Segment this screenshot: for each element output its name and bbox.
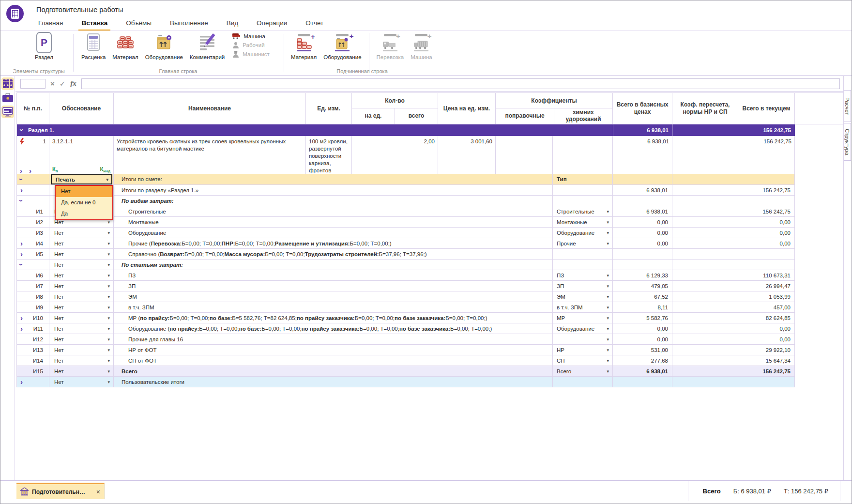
print-setting-cell[interactable]: Нет▾	[49, 323, 114, 334]
estimate-item-row[interactable]: 1 › › 3.12-1-1 Кп Кинд Устройство кровел…	[16, 136, 795, 174]
type-dropdown-cell[interactable]	[553, 185, 613, 196]
collapse-group-icon[interactable]: ›	[18, 263, 25, 266]
item-qty-cell[interactable]: 2,00	[352, 136, 438, 177]
type-dropdown-cell[interactable]: СП▾	[553, 355, 613, 366]
totals-row[interactable]: И7Нет▾ЗПЗП▾479,0526 994,47	[16, 281, 795, 291]
item-corrective-cell[interactable]	[496, 136, 553, 177]
totals-row[interactable]: И9Нет▾в т.ч. ЗПМв т.ч. ЗПМ▾8,11457,00	[16, 302, 795, 313]
formula-confirm-icon[interactable]: ✓	[60, 79, 66, 88]
type-dropdown-cell[interactable]	[553, 377, 613, 387]
col-header-name[interactable]: Наименование	[114, 93, 306, 124]
totals-name-cell[interactable]: Справочно (Возврат: Б=0,00; Т=0,00; Масс…	[114, 249, 553, 260]
formula-input[interactable]	[81, 78, 840, 89]
insert-comment-button[interactable]: Комментарий	[186, 31, 228, 61]
totals-row[interactable]: ›Нет▾Пользовательские итоги	[16, 377, 795, 387]
insert-machine-button[interactable]: Машина	[232, 33, 270, 39]
print-dropdown-list[interactable]: НетДа, если не 0Да	[55, 185, 113, 220]
print-setting-cell[interactable]: Нет▾	[49, 355, 114, 366]
insert-sub-material-button[interactable]: + Материал	[288, 31, 320, 61]
tab-operacii[interactable]: Операции	[251, 16, 293, 31]
col-header-winter[interactable]: зимних удорожаний	[554, 108, 612, 124]
totals-name-cell[interactable]: Пользовательские итоги	[114, 377, 553, 387]
expand-group-icon[interactable]: ›	[20, 240, 23, 247]
totals-print-cell[interactable]: Печать ▾	[49, 174, 114, 185]
insert-section-button[interactable]: P Раздел	[31, 31, 57, 61]
expand-resources-icon[interactable]: ›	[29, 167, 31, 174]
expand-group-icon[interactable]: ›	[20, 325, 23, 332]
item-total-basic-cell[interactable]: 6 938,01	[613, 136, 672, 177]
totals-row[interactable]: ›И10Нет▾МР (по прайсу: Б=0,00; Т=0,00; п…	[16, 313, 795, 323]
totals-row[interactable]: ›Нет▾По статьям затрат:	[16, 260, 795, 270]
col-header-justification[interactable]: Обоснование	[49, 93, 114, 124]
print-setting-cell[interactable]: Нет▾	[49, 302, 114, 313]
type-dropdown-cell[interactable]: Оборудование▾	[553, 228, 613, 238]
totals-name-cell[interactable]: По видам затрат:	[114, 196, 553, 206]
totals-name-cell[interactable]: Всего	[114, 366, 553, 377]
totals-name-cell[interactable]: НР от ФОТ	[114, 345, 553, 355]
collapse-group-icon[interactable]: ›	[18, 199, 25, 202]
totals-name-cell[interactable]: Прочие для главы 16	[114, 334, 553, 345]
totals-row[interactable]: И8Нет▾ЭМЭМ▾67,521 053,99	[16, 291, 795, 302]
document-tab[interactable]: Подготовительн… ×	[16, 483, 105, 499]
totals-name-cell[interactable]: ЭМ	[114, 291, 553, 302]
totals-name-cell[interactable]: Оборудование	[114, 228, 553, 238]
print-setting-cell[interactable]: Нет▾	[49, 249, 114, 260]
fx-icon[interactable]: fx	[70, 79, 76, 88]
tab-obyomy[interactable]: Объёмы	[120, 16, 157, 31]
binders-icon[interactable]	[1, 77, 14, 90]
col-header-qty-per[interactable]: на ед.	[352, 108, 395, 124]
print-setting-cell[interactable]: Нет▾	[49, 377, 114, 387]
col-header-conversion[interactable]: Коэф. пересчета, нормы НР и СП	[672, 93, 738, 124]
type-dropdown-cell[interactable]: ▾	[553, 334, 613, 345]
totals-name-cell[interactable]: СП от ФОТ	[114, 355, 553, 366]
type-dropdown-cell[interactable]: в т.ч. ЗПМ▾	[553, 302, 613, 313]
insert-sub-equipment-button[interactable]: + Оборудование	[320, 31, 365, 61]
print-setting-cell[interactable]: Нет▾	[49, 345, 114, 355]
totals-row[interactable]: И15Нет▾ВсегоВсего▾6 938,01156 242,75	[16, 366, 795, 377]
item-total-current-cell[interactable]: 156 242,75	[738, 136, 795, 177]
totals-row[interactable]: ›И5Нет▾Справочно (Возврат: Б=0,00; Т=0,0…	[16, 249, 795, 260]
briefcase-icon[interactable]	[1, 92, 14, 104]
type-dropdown-cell[interactable]: МР▾	[553, 313, 613, 323]
col-header-total-basic[interactable]: Всего в базисных ценах	[613, 93, 672, 124]
item-name-cell[interactable]: Устройство кровель скатных из трех слоев…	[114, 136, 306, 177]
totals-row[interactable]: И6Нет▾ПЗПЗ▾6 129,33110 673,31	[16, 270, 795, 281]
print-setting-cell[interactable]: Нет▾	[49, 281, 114, 291]
totals-row[interactable]: ›И4Нет▾Прочие (Перевозка: Б=0,00; Т=0,00…	[16, 238, 795, 249]
type-dropdown-cell[interactable]	[553, 249, 613, 260]
tab-glavnaya[interactable]: Главная	[32, 16, 69, 31]
tab-raschet[interactable]: Расчет	[844, 90, 851, 122]
insert-driver-button[interactable]: Машинист	[232, 51, 270, 58]
totals-row[interactable]: И3Нет▾ОборудованиеОборудование▾0,000,00	[16, 228, 795, 238]
tab-vid[interactable]: Вид	[221, 16, 244, 31]
insert-equipment-button[interactable]: Оборудование	[142, 31, 186, 61]
expand-group-icon[interactable]: ›	[20, 186, 23, 194]
insert-worker-button[interactable]: Рабочий	[232, 42, 270, 48]
type-dropdown-cell[interactable]	[553, 196, 613, 206]
print-setting-cell[interactable]: Нет▾	[49, 291, 114, 302]
totals-row[interactable]: И12Нет▾Прочие для главы 16▾0,000,00	[16, 334, 795, 345]
expand-group-icon[interactable]: ›	[20, 378, 23, 385]
item-unit-cell[interactable]: 100 м2 кровли, развернутой поверхности к…	[306, 136, 352, 177]
type-dropdown-cell[interactable]: Прочие▾	[553, 238, 613, 249]
col-header-qty-total[interactable]: всего	[395, 108, 438, 124]
insert-sub-transport-button[interactable]: + Перевозка	[373, 31, 408, 61]
print-dropdown[interactable]: Печать ▾	[51, 174, 112, 184]
dropdown-option[interactable]: Да	[56, 208, 112, 219]
type-dropdown-cell[interactable]: ПЗ▾	[553, 270, 613, 281]
item-price-cell[interactable]: 3 001,60	[438, 136, 496, 177]
tab-struktura[interactable]: Структура	[844, 123, 851, 161]
totals-name-cell[interactable]: Итоги по разделу «Раздел 1.»	[114, 185, 553, 196]
col-header-num[interactable]: № п.п.	[17, 93, 49, 124]
cell-reference-input[interactable]	[20, 79, 46, 89]
print-setting-cell[interactable]: Нет▾	[49, 334, 114, 345]
type-dropdown-cell[interactable]: ЭМ▾	[553, 291, 613, 302]
tab-vstavka[interactable]: Вставка	[76, 16, 113, 31]
print-setting-cell[interactable]: Нет▾	[49, 366, 114, 377]
print-setting-cell[interactable]: Нет▾	[49, 313, 114, 323]
item-conversion-cell[interactable]	[672, 136, 738, 177]
col-header-corrective[interactable]: поправочные	[496, 108, 554, 124]
totals-name-cell[interactable]: Монтажные	[114, 217, 553, 228]
formula-cancel-icon[interactable]: ×	[50, 79, 55, 88]
print-setting-cell[interactable]: Нет▾	[49, 260, 114, 270]
